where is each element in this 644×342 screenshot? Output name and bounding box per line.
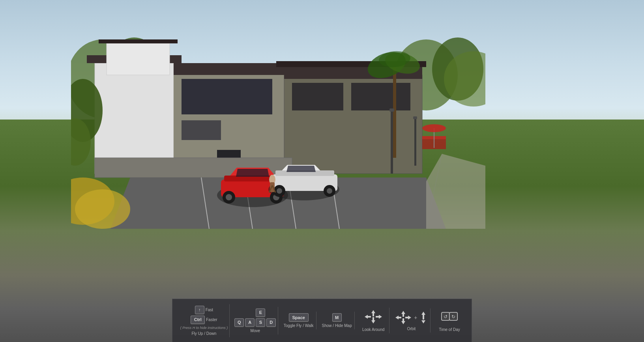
svg-marker-42 <box>286 166 316 172</box>
svg-rect-76 <box>402 318 404 321</box>
svg-point-64 <box>75 189 130 229</box>
fly-label: Fly Up / Down <box>192 331 217 336</box>
fly-keys: ↑ Fast Ctrl Faster <box>191 306 217 324</box>
svg-text:↻: ↻ <box>451 314 455 320</box>
svg-rect-51 <box>391 110 393 174</box>
svg-rect-53 <box>414 118 416 166</box>
svg-point-60 <box>422 124 446 132</box>
fly-hint: ( Press H to hide instructions ) <box>180 326 228 330</box>
orbit-cross-icon <box>395 310 412 325</box>
svg-marker-81 <box>421 312 425 315</box>
svg-point-44 <box>277 188 282 194</box>
map-keys: M <box>332 313 342 322</box>
svg-marker-73 <box>401 311 405 314</box>
svg-rect-66 <box>373 313 374 316</box>
key-ctrl: Ctrl <box>191 316 205 324</box>
toggle-keys: Space <box>289 313 309 322</box>
toggle-label: Toggle Fly / Walk <box>284 323 314 328</box>
svg-rect-82 <box>423 315 424 320</box>
hud-section-fly: ↑ Fast Ctrl Faster ( Press H to hide ins… <box>179 304 230 337</box>
timeofday-label: Time of Day <box>439 327 460 332</box>
fly-keys-row2: Ctrl Faster <box>191 316 217 324</box>
key-s: S <box>256 318 265 327</box>
orbit-label: Orbit <box>407 327 416 331</box>
svg-rect-70 <box>368 316 371 318</box>
svg-marker-83 <box>421 320 425 323</box>
hud-section-orbit: + Orbit <box>393 308 431 333</box>
svg-point-35 <box>226 194 232 200</box>
svg-marker-69 <box>365 315 368 319</box>
orbit-vert-icon <box>419 311 428 324</box>
svg-rect-52 <box>389 108 394 112</box>
key-e: E <box>256 308 265 317</box>
svg-point-46 <box>327 188 332 194</box>
svg-rect-11 <box>182 79 272 114</box>
move-row-qwasd: Q A S D <box>234 318 276 327</box>
svg-rect-78 <box>399 317 401 318</box>
svg-marker-71 <box>379 315 382 319</box>
look-label: Look Around <box>362 327 384 332</box>
orbit-icon-group: + <box>395 310 428 325</box>
svg-rect-72 <box>376 316 379 318</box>
svg-rect-5 <box>95 63 174 174</box>
orbit-plus: + <box>414 314 417 321</box>
hud-section-move: E Q A S D Move <box>233 307 278 335</box>
key-space: Space <box>289 313 309 322</box>
svg-marker-67 <box>371 320 375 323</box>
svg-marker-77 <box>395 316 399 320</box>
faster-label: Faster <box>206 318 217 322</box>
hud-section-look: Look Around <box>358 308 389 333</box>
svg-marker-8 <box>99 39 178 43</box>
svg-rect-10 <box>174 63 284 75</box>
hud-section-map: M Show / Hide Map <box>320 312 355 329</box>
key-a: A <box>245 318 255 327</box>
look-icon <box>364 309 383 326</box>
svg-text:↺: ↺ <box>444 314 447 320</box>
fly-keys-row1: ↑ Fast <box>195 306 213 314</box>
scene-svg <box>71 32 485 229</box>
hud-panel: ↑ Fast Ctrl Faster ( Press H to hide ins… <box>172 299 472 342</box>
key-up-arrow: ↑ <box>195 306 204 314</box>
svg-rect-74 <box>402 314 404 317</box>
svg-rect-54 <box>413 116 417 119</box>
svg-rect-48 <box>270 182 275 192</box>
move-keys: E Q A S D <box>234 308 276 327</box>
svg-rect-17 <box>351 83 410 110</box>
move-label: Move <box>251 329 260 333</box>
hud-section-timeofday: ↺ ↻ Time of Day <box>434 308 465 333</box>
move-row-e: E <box>245 308 265 317</box>
svg-marker-65 <box>371 310 375 313</box>
hud-section-toggle: Space Toggle Fly / Walk <box>281 312 316 329</box>
key-m: M <box>332 313 342 322</box>
svg-rect-16 <box>292 83 343 110</box>
svg-rect-12 <box>182 120 221 140</box>
timeofday-icon: ↺ ↻ <box>441 309 458 326</box>
svg-marker-79 <box>408 316 411 320</box>
map-label: Show / Hide Map <box>322 323 352 328</box>
svg-marker-33 <box>236 169 269 177</box>
svg-rect-80 <box>405 317 408 318</box>
svg-rect-7 <box>107 43 170 75</box>
svg-marker-55 <box>426 154 485 229</box>
viewport: ↑ Fast Ctrl Faster ( Press H to hide ins… <box>0 0 644 342</box>
key-q: Q <box>234 318 244 327</box>
svg-rect-68 <box>373 317 374 320</box>
fast-label: Fast <box>206 308 213 312</box>
svg-marker-75 <box>401 321 405 324</box>
key-d: D <box>266 318 276 327</box>
